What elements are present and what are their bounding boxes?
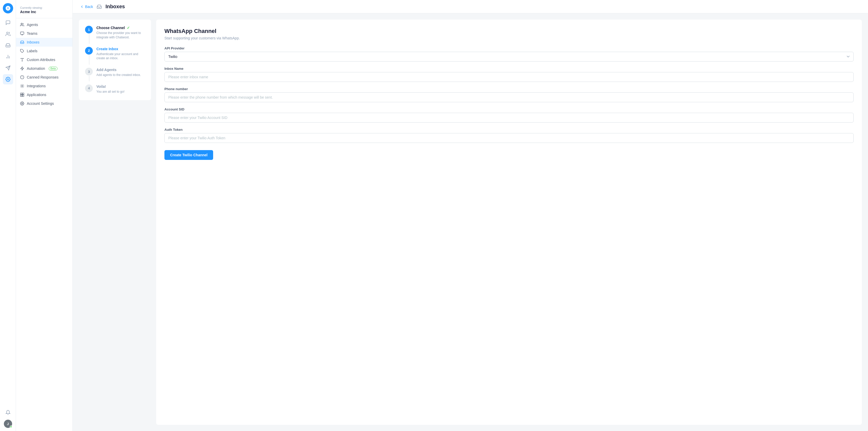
nav-settings[interactable]: [3, 74, 13, 85]
integrations-icon: [20, 84, 24, 88]
account-name: Acme Inc: [20, 10, 68, 14]
step-3-desc: Add agents to the created inbox.: [96, 73, 145, 77]
step-3-title: Add Agents: [96, 68, 145, 72]
sidebar-item-teams[interactable]: Teams: [16, 29, 72, 38]
step-4-title: Voila!: [96, 85, 145, 89]
integrations-label: Integrations: [27, 84, 45, 88]
page-title: Inboxes: [105, 4, 125, 9]
content-area: 1 Choose Channel ✓ Choose the provider y…: [73, 13, 868, 431]
nav-contacts[interactable]: [3, 29, 13, 39]
sidebar-item-custom-attributes[interactable]: Custom Attributes: [16, 55, 72, 64]
api-provider-field: API Provider Twilio 360dialog: [164, 46, 854, 62]
inbox-name-input[interactable]: [164, 72, 854, 82]
inboxes-icon: [20, 40, 24, 44]
nav-inbox[interactable]: [3, 40, 13, 51]
auth-token-input[interactable]: [164, 133, 854, 143]
notifications-icon[interactable]: [3, 407, 13, 418]
nav-conversations[interactable]: [3, 18, 13, 28]
step-2-circle: 2: [85, 47, 93, 55]
custom-attributes-label: Custom Attributes: [27, 58, 55, 62]
step-4-desc: You are all set to go!: [96, 90, 145, 94]
applications-icon: [20, 93, 24, 97]
inbox-header-icon: [97, 4, 102, 9]
nav-campaigns[interactable]: [3, 63, 13, 73]
nav-reports[interactable]: [3, 52, 13, 62]
main-content: Back Inboxes 1 Choose Channel ✓ Choose: [73, 0, 868, 431]
step-1-desc: Choose the provider you want to integrat…: [96, 31, 145, 40]
step-2-title: Create Inbox: [96, 47, 145, 51]
step-1-circle: 1: [85, 26, 93, 33]
back-button[interactable]: Back: [80, 5, 93, 9]
sidebar-item-agents[interactable]: Agents: [16, 20, 72, 29]
form-panel: WhatsApp Channel Start supporting your c…: [156, 20, 862, 425]
svg-point-17: [22, 86, 23, 87]
step-1-content: Choose Channel ✓ Choose the provider you…: [96, 26, 145, 40]
step-4-circle: 4: [85, 85, 93, 92]
sidebar-item-inboxes[interactable]: Inboxes: [16, 38, 72, 46]
applications-label: Applications: [27, 93, 46, 97]
create-twilio-channel-button[interactable]: Create Twilio Channel: [164, 150, 213, 160]
svg-rect-20: [20, 95, 22, 97]
step-2: 2 Create Inbox Authenticate your account…: [85, 47, 145, 61]
icon-bar: J: [0, 0, 16, 431]
canned-responses-icon: [20, 75, 24, 79]
svg-rect-18: [20, 93, 22, 95]
svg-point-1: [6, 32, 8, 34]
inbox-name-field: Inbox Name: [164, 67, 854, 82]
inbox-name-label: Inbox Name: [164, 67, 854, 71]
form-subtitle: Start supporting your customers via What…: [164, 36, 854, 40]
account-sid-field: Account SID: [164, 107, 854, 123]
steps-panel: 1 Choose Channel ✓ Choose the provider y…: [79, 20, 151, 100]
account-sid-input[interactable]: [164, 113, 854, 123]
sidebar-item-labels[interactable]: Labels: [16, 46, 72, 55]
back-chevron-icon: [80, 5, 84, 9]
sidebar-item-automation[interactable]: Automation Beta: [16, 64, 72, 73]
labels-label: Labels: [27, 49, 37, 53]
svg-point-6: [21, 23, 22, 25]
agents-label: Agents: [27, 23, 38, 27]
step-3-content: Add Agents Add agents to the created inb…: [96, 68, 145, 77]
svg-marker-13: [21, 67, 24, 70]
sidebar-item-canned-responses[interactable]: Canned Responses: [16, 73, 72, 81]
phone-number-input[interactable]: [164, 93, 854, 102]
svg-point-22: [22, 103, 23, 104]
app-logo[interactable]: [3, 3, 13, 13]
custom-attributes-icon: [20, 58, 24, 62]
canned-responses-label: Canned Responses: [27, 75, 59, 79]
account-sid-label: Account SID: [164, 107, 854, 111]
sidebar-item-account-settings[interactable]: Account Settings: [16, 99, 72, 108]
account-settings-icon: [20, 101, 24, 106]
labels-icon: [20, 49, 24, 53]
sidebar-item-applications[interactable]: Applications: [16, 90, 72, 99]
step-2-content: Create Inbox Authenticate your account a…: [96, 47, 145, 61]
svg-point-5: [7, 79, 8, 80]
automation-icon: [20, 66, 24, 71]
inboxes-label: Inboxes: [27, 40, 39, 44]
online-indicator: [10, 426, 12, 428]
teams-label: Teams: [27, 31, 37, 36]
agents-icon: [20, 23, 24, 27]
automation-label: Automation: [27, 66, 45, 71]
svg-rect-21: [23, 95, 24, 97]
step-4: 4 Voila! You are all set to go!: [85, 85, 145, 94]
auth-token-label: Auth Token: [164, 128, 854, 132]
api-provider-select[interactable]: Twilio 360dialog: [164, 52, 854, 62]
beta-badge: Beta: [49, 67, 58, 71]
step-3-circle: 3: [85, 68, 93, 75]
account-info: Currently viewing: Acme Inc: [16, 4, 72, 18]
avatar[interactable]: J: [4, 420, 12, 428]
step-1-check: ✓: [127, 26, 130, 30]
auth-token-field: Auth Token: [164, 128, 854, 143]
step-1-title: Choose Channel ✓: [96, 26, 145, 30]
form-title: WhatsApp Channel: [164, 28, 854, 34]
api-provider-label: API Provider: [164, 46, 854, 50]
svg-rect-19: [23, 93, 24, 95]
step-2-desc: Authenticate your account and create an …: [96, 52, 145, 61]
step-3: 3 Add Agents Add agents to the created i…: [85, 68, 145, 77]
settings-sidebar: Currently viewing: Acme Inc Agents Teams…: [16, 0, 73, 431]
teams-icon: [20, 31, 24, 36]
sidebar-item-integrations[interactable]: Integrations: [16, 81, 72, 90]
phone-number-field: Phone number: [164, 87, 854, 102]
phone-number-label: Phone number: [164, 87, 854, 91]
page-header: Back Inboxes: [73, 0, 868, 13]
